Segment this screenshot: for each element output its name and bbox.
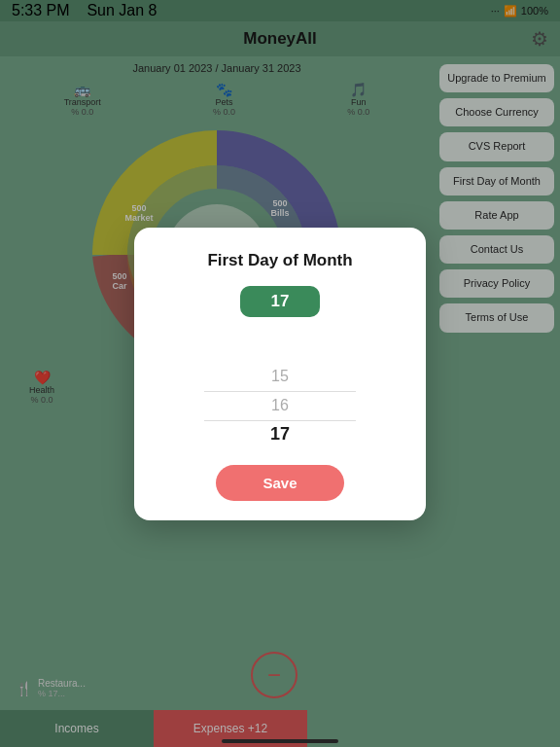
selected-day-badge: 17 <box>240 286 321 317</box>
picker-line-bottom <box>204 420 356 421</box>
first-day-month-modal: First Day of Month 17 15 16 17 18 19 Sav… <box>134 228 426 520</box>
modal-title: First Day of Month <box>207 251 352 270</box>
picker-item-17[interactable]: 17 <box>154 420 406 449</box>
modal-overlay[interactable]: First Day of Month 17 15 16 17 18 19 Sav… <box>0 0 560 747</box>
day-picker[interactable]: 15 16 17 18 19 <box>154 333 406 449</box>
picker-item-16[interactable]: 16 <box>154 391 406 420</box>
picker-item-15[interactable]: 15 <box>154 362 406 391</box>
save-button[interactable]: Save <box>216 465 343 501</box>
picker-line-top <box>204 391 356 392</box>
